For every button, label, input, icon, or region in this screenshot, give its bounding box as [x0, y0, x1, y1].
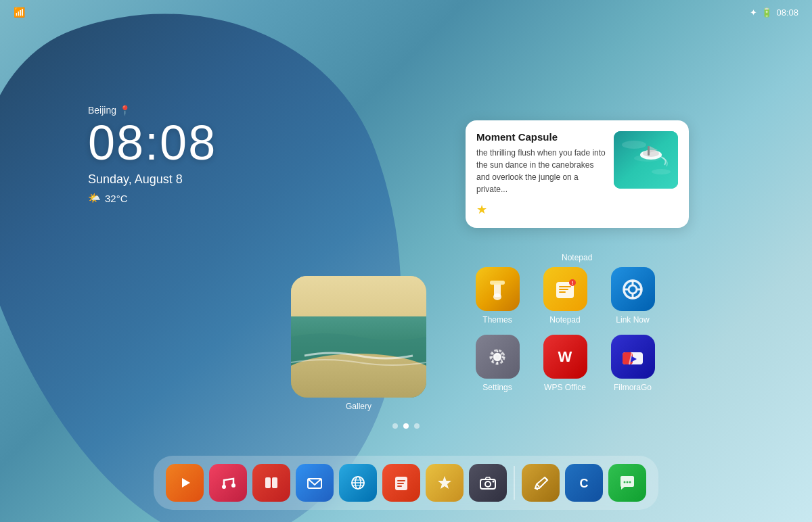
notepad-title: Moment Capsule: [476, 131, 606, 143]
location-icon: 📍: [119, 105, 131, 116]
svg-rect-40: [272, 477, 277, 488]
svg-point-59: [627, 481, 629, 483]
svg-point-58: [624, 481, 626, 483]
svg-point-38: [231, 483, 235, 488]
dock-video-app[interactable]: [166, 464, 204, 502]
svg-rect-49: [397, 480, 405, 481]
background: [0, 0, 812, 522]
dock: C: [154, 456, 658, 510]
svg-rect-18: [559, 289, 568, 290]
dock-canva-app[interactable]: C: [565, 464, 603, 502]
wifi-icon: 📶: [14, 7, 25, 18]
svg-point-23: [629, 285, 637, 293]
dock-pinned-apps: C: [522, 464, 646, 502]
dock-books-app[interactable]: [252, 464, 290, 502]
temperature: 32°C: [105, 193, 128, 204]
dock-camera-app[interactable]: [469, 464, 507, 502]
linknow-label: Link Now: [616, 315, 649, 325]
dock-browser-app[interactable]: [339, 464, 377, 502]
weather-icon: 🌤️: [88, 192, 101, 204]
wps-label: WPS Office: [544, 383, 586, 392]
dock-memo-app[interactable]: [382, 464, 420, 502]
svg-marker-36: [182, 478, 190, 488]
notepad-icon: !: [543, 267, 587, 311]
svg-rect-51: [397, 485, 402, 487]
app-filmora[interactable]: FilmoraGo: [602, 335, 663, 402]
page-dot-1[interactable]: [392, 423, 398, 429]
clock-widget: Beijing 📍 08:08 Sunday, August 8 🌤️ 32°C: [88, 105, 217, 204]
app-notepad[interactable]: ! Notepad: [535, 267, 595, 335]
linknow-icon: [611, 267, 655, 311]
notepad-body: the thrilling flush when you fade into t…: [476, 147, 606, 195]
svg-text:C: C: [580, 477, 589, 490]
app-settings[interactable]: Settings: [467, 335, 528, 402]
dock-music-app[interactable]: [209, 464, 247, 502]
svg-rect-19: [559, 291, 566, 293]
dock-divider: [514, 466, 515, 500]
svg-point-3: [652, 169, 671, 174]
notepad-image: [614, 131, 678, 189]
page-dots: [392, 423, 420, 429]
dock-themes2-app[interactable]: [426, 464, 464, 502]
clock-date: Sunday, August 8: [88, 172, 217, 187]
page-dot-3[interactable]: [414, 423, 420, 429]
notepad-app-label: Notepad: [549, 315, 580, 325]
page-dot-2[interactable]: [403, 423, 409, 429]
settings-icon: [476, 335, 520, 379]
svg-text:!: !: [572, 280, 574, 286]
clock-status: 08:08: [776, 7, 798, 18]
dock-main-apps: [166, 464, 507, 502]
bluetooth-icon: ✦: [750, 7, 757, 18]
app-linknow[interactable]: Link Now: [602, 267, 663, 335]
notepad-widget[interactable]: Moment Capsule the thrilling flush when …: [466, 120, 689, 228]
svg-rect-39: [265, 477, 271, 488]
clock-time: 08:08: [88, 118, 217, 167]
svg-rect-50: [397, 483, 404, 484]
svg-text:W: W: [558, 348, 572, 365]
themes-label: Themes: [482, 315, 512, 325]
svg-point-54: [485, 481, 491, 487]
notepad-content: Moment Capsule the thrilling flush when …: [476, 131, 678, 195]
notepad-label: Notepad: [562, 253, 592, 262]
notepad-text-area: Moment Capsule the thrilling flush when …: [476, 131, 606, 195]
svg-rect-17: [559, 286, 571, 287]
status-left: 📶: [14, 7, 25, 18]
svg-rect-7: [648, 146, 650, 156]
svg-marker-52: [438, 476, 451, 489]
wps-icon: W: [543, 335, 587, 379]
status-right: ✦ 🔋 08:08: [750, 7, 798, 18]
dock-mail-app[interactable]: [296, 464, 334, 502]
dock-messages-app[interactable]: [608, 464, 646, 502]
filmora-icon: [611, 335, 655, 379]
settings-label: Settings: [482, 383, 512, 392]
status-bar: 📶 ✦ 🔋 08:08: [0, 0, 812, 24]
city-label: Beijing 📍: [88, 105, 217, 116]
themes-icon: [476, 267, 520, 311]
svg-point-37: [222, 485, 226, 489]
svg-point-60: [629, 481, 631, 483]
notepad-star: ★: [476, 202, 678, 217]
filmora-label: FilmoraGo: [614, 383, 652, 392]
svg-point-2: [622, 141, 646, 149]
clock-weather: 🌤️ 32°C: [88, 192, 217, 204]
dock-pencil-app[interactable]: [522, 464, 560, 502]
app-wps[interactable]: W WPS Office: [535, 335, 595, 402]
gallery-folder[interactable]: My favorites Gallery: [291, 276, 426, 411]
app-themes[interactable]: Themes: [467, 267, 528, 335]
battery-icon: 🔋: [761, 7, 772, 18]
gallery-name: Gallery: [346, 402, 371, 411]
svg-point-55: [493, 481, 495, 483]
app-grid: Themes ! Notepad Link N: [467, 267, 663, 402]
svg-rect-15: [490, 281, 505, 285]
folder-box[interactable]: My favorites: [291, 276, 426, 398]
svg-point-14: [493, 293, 501, 300]
